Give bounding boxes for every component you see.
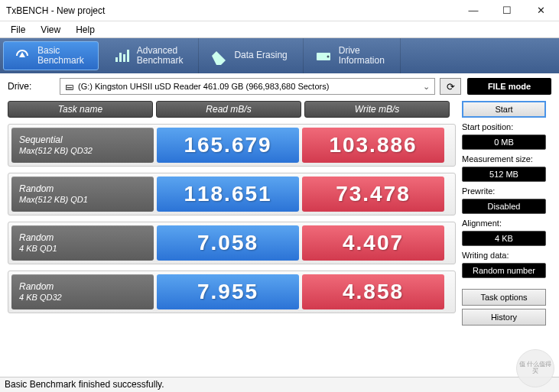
minimize-button[interactable]: —: [457, 0, 490, 21]
drive-row: Drive: 🖴 (G:) Kingston UHSII uSD Reader …: [0, 73, 559, 98]
writing-data-label: Writing data:: [462, 251, 546, 260]
start-position-label: Start position:: [462, 122, 546, 131]
writing-data-value[interactable]: Random number: [462, 263, 546, 278]
drive-hdd-icon: 🖴: [65, 82, 73, 91]
task-sub: Max(512 KB) QD1: [19, 195, 146, 205]
svg-point-1: [327, 56, 329, 58]
task-name: Random: [19, 232, 146, 243]
maximize-button[interactable]: ☐: [490, 0, 524, 21]
tab-label: Basic Benchmark: [37, 46, 84, 66]
table-header: Task name Read mB/s Write mB/s: [8, 101, 456, 118]
history-button[interactable]: History: [462, 309, 546, 326]
gauge-icon: [13, 47, 31, 65]
start-position-value[interactable]: 0 MB: [462, 134, 546, 150]
tab-basic-benchmark[interactable]: Basic Benchmark: [3, 41, 99, 70]
measurement-size-value[interactable]: 512 MB: [462, 167, 546, 182]
write-cell: 4.407: [302, 225, 444, 261]
write-cell: 4.858: [302, 274, 444, 309]
measurement-size-label: Measurement size:: [462, 154, 546, 164]
status-bar: Basic Benchmark finished successfully.: [0, 377, 559, 392]
header-task: Task name: [8, 101, 153, 118]
menu-help[interactable]: Help: [68, 23, 102, 37]
menu-file[interactable]: File: [3, 23, 33, 37]
task-cell: Random 4 KB QD32: [11, 274, 154, 309]
title-bar: TxBENCH - New project — ☐ ✕: [0, 0, 559, 21]
read-cell: 165.679: [157, 128, 299, 163]
drive-select-value: (G:) Kingston UHSII uSD Reader 461.09 GB…: [78, 82, 329, 91]
task-name: Random: [19, 183, 146, 194]
chevron-down-icon: ⌄: [423, 82, 430, 92]
table-row: Random Max(512 KB) QD1 118.651 73.478: [8, 173, 456, 215]
refresh-icon: ⟳: [447, 81, 455, 92]
alignment-label: Alignment:: [462, 219, 546, 228]
drive-icon: [314, 47, 333, 65]
refresh-button[interactable]: ⟳: [440, 78, 461, 95]
write-cell: 103.886: [302, 128, 444, 163]
read-cell: 118.651: [157, 177, 299, 212]
task-cell: Random 4 KB QD1: [11, 225, 154, 261]
tab-label: Drive Information: [339, 46, 385, 66]
prewrite-label: Prewrite:: [462, 186, 546, 196]
tab-drive-information[interactable]: Drive Information: [304, 38, 401, 73]
benchmark-panel: Task name Read mB/s Write mB/s Sequentia…: [8, 101, 456, 326]
alignment-value[interactable]: 4 KB: [462, 231, 546, 246]
side-panel: Start Start position: 0 MB Measurement s…: [462, 101, 546, 326]
task-options-button[interactable]: Task options: [462, 289, 546, 306]
task-name: Sequential: [19, 134, 146, 145]
prewrite-value[interactable]: Disabled: [462, 199, 546, 214]
task-sub: 4 KB QD32: [19, 293, 146, 303]
task-sub: Max(512 KB) QD32: [19, 146, 146, 156]
tab-data-erasing[interactable]: Data Erasing: [199, 38, 303, 73]
table-row: Random 4 KB QD1 7.058 4.407: [8, 222, 456, 264]
task-cell: Sequential Max(512 KB) QD32: [11, 128, 154, 163]
watermark-logo: 值 什么值得买: [516, 349, 554, 387]
read-cell: 7.058: [157, 225, 299, 261]
read-cell: 7.955: [157, 274, 299, 309]
window-title: TxBENCH - New project: [6, 5, 105, 16]
start-button[interactable]: Start: [462, 101, 546, 118]
file-mode-button[interactable]: FILE mode: [467, 78, 551, 95]
tab-advanced-benchmark[interactable]: Advanced Benchmark: [102, 38, 200, 73]
header-write: Write mB/s: [304, 101, 450, 118]
task-sub: 4 KB QD1: [19, 244, 146, 254]
drive-label: Drive:: [8, 81, 54, 92]
header-read: Read mB/s: [156, 101, 301, 118]
task-name: Random: [19, 281, 146, 292]
table-row: Random 4 KB QD32 7.955 4.858: [8, 271, 456, 313]
tab-strip: Basic Benchmark Advanced Benchmark Data …: [0, 38, 559, 73]
tab-label: Data Erasing: [234, 50, 287, 60]
drive-select[interactable]: 🖴 (G:) Kingston UHSII uSD Reader 461.09 …: [60, 78, 435, 95]
menu-view[interactable]: View: [33, 23, 68, 37]
task-cell: Random Max(512 KB) QD1: [11, 177, 154, 212]
erase-icon: [210, 47, 228, 65]
status-text: Basic Benchmark finished successfully.: [5, 379, 164, 390]
menu-bar: File View Help: [0, 21, 559, 38]
chart-icon: [112, 47, 131, 65]
tab-label: Advanced Benchmark: [137, 46, 184, 66]
write-cell: 73.478: [302, 177, 444, 212]
table-row: Sequential Max(512 KB) QD32 165.679 103.…: [8, 124, 456, 167]
close-button[interactable]: ✕: [524, 0, 557, 21]
